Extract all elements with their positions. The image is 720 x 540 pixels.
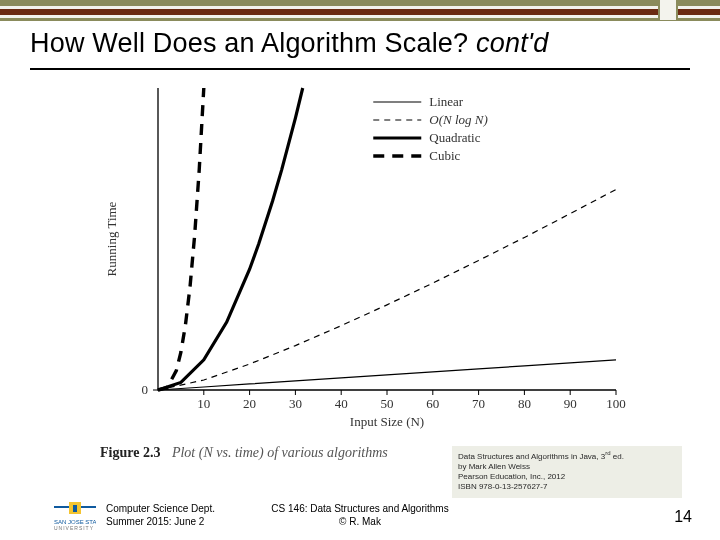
svg-text:O(N log N): O(N log N)	[429, 112, 488, 127]
source-line1-b: ed.	[611, 452, 624, 461]
tab-decor	[658, 0, 678, 20]
svg-text:60: 60	[426, 396, 439, 411]
svg-text:Cubic: Cubic	[429, 148, 460, 163]
chart-running-time-vs-n: 1020304050607080901000Input Size (N)Runn…	[100, 78, 630, 438]
figure-caption: Figure 2.3 Plot (N vs. time) of various …	[100, 445, 388, 461]
page-title: How Well Does an Algorithm Scale? cont'd	[30, 28, 690, 59]
slide-number: 14	[674, 508, 692, 526]
top-decorative-bars	[0, 0, 720, 21]
svg-text:Running Time: Running Time	[104, 201, 119, 276]
footer-center: CS 146: Data Structures and Algorithms ©…	[0, 502, 720, 528]
source-line1: Data Structures and Algorithms in Java, …	[458, 450, 676, 462]
slide: How Well Does an Algorithm Scale? cont'd…	[0, 0, 720, 540]
bar-olive-thin	[0, 18, 720, 21]
svg-text:Quadratic: Quadratic	[429, 130, 480, 145]
source-citation: Data Structures and Algorithms in Java, …	[452, 446, 682, 498]
source-line1-a: Data Structures and Algorithms in Java, …	[458, 452, 605, 461]
source-line4: ISBN 978-0-13-257627-7	[458, 482, 676, 492]
title-underline	[30, 68, 690, 70]
source-line2: by Mark Allen Weiss	[458, 462, 676, 472]
svg-text:80: 80	[518, 396, 531, 411]
chart-svg: 1020304050607080901000Input Size (N)Runn…	[100, 78, 630, 438]
svg-text:10: 10	[197, 396, 210, 411]
title-main: How Well Does an Algorithm Scale?	[30, 28, 468, 58]
svg-text:0: 0	[142, 382, 149, 397]
svg-text:90: 90	[564, 396, 577, 411]
source-line3: Pearson Education, Inc., 2012	[458, 472, 676, 482]
title-contd: cont'd	[476, 28, 548, 58]
footer-course: CS 146: Data Structures and Algorithms	[0, 502, 720, 515]
svg-text:20: 20	[243, 396, 256, 411]
caption-label: Figure 2.3	[100, 445, 160, 460]
svg-text:70: 70	[472, 396, 485, 411]
footer-copyright: © R. Mak	[0, 515, 720, 528]
svg-text:50: 50	[381, 396, 394, 411]
caption-text: Plot (N vs. time) of various algorithms	[172, 445, 388, 460]
svg-text:40: 40	[335, 396, 348, 411]
svg-text:Linear: Linear	[429, 94, 464, 109]
svg-text:100: 100	[606, 396, 626, 411]
svg-text:Input Size (N): Input Size (N)	[350, 414, 424, 429]
svg-text:30: 30	[289, 396, 302, 411]
